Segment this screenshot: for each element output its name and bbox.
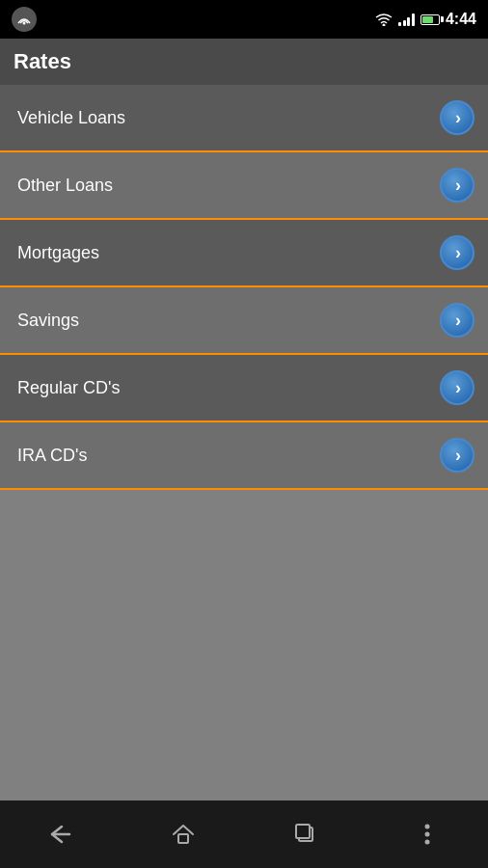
chevron-button-other-loans[interactable]: ›	[440, 168, 474, 203]
app-icon	[12, 7, 37, 32]
chevron-right-icon: ›	[455, 447, 461, 464]
chevron-button-vehicle-loans[interactable]: ›	[440, 100, 474, 135]
page-title: Rates	[14, 49, 71, 74]
svg-rect-2	[178, 834, 188, 843]
chevron-right-icon: ›	[455, 244, 461, 261]
wifi-icon	[375, 13, 393, 26]
svg-point-7	[424, 840, 429, 845]
status-time: 4:44	[446, 11, 476, 28]
list-item-ira-cds[interactable]: IRA CD's ›	[0, 422, 488, 490]
battery-icon	[420, 14, 440, 25]
status-bar: 4:44	[0, 0, 488, 39]
chevron-button-mortgages[interactable]: ›	[440, 235, 474, 270]
back-button[interactable]	[37, 810, 85, 858]
home-button[interactable]	[159, 810, 207, 858]
chevron-button-ira-cds[interactable]: ›	[440, 438, 474, 473]
svg-point-0	[23, 22, 26, 25]
dots-menu-icon	[424, 824, 430, 845]
overflow-menu-button[interactable]	[403, 810, 451, 858]
chevron-right-icon: ›	[455, 312, 461, 329]
svg-point-6	[424, 832, 429, 837]
list-item-vehicle-loans[interactable]: Vehicle Loans ›	[0, 85, 488, 152]
chevron-right-icon: ›	[455, 379, 461, 396]
home-icon	[171, 822, 196, 847]
svg-point-5	[424, 825, 429, 829]
status-bar-left	[12, 7, 37, 32]
rates-list: Vehicle Loans › Other Loans › Mortgages …	[0, 85, 488, 490]
signal-bars-icon	[398, 13, 415, 26]
chevron-button-regular-cds[interactable]: ›	[440, 370, 474, 405]
status-bar-right: 4:44	[375, 11, 476, 28]
back-icon	[48, 824, 73, 845]
list-item-savings[interactable]: Savings ›	[0, 287, 488, 355]
recents-button[interactable]	[281, 810, 329, 858]
list-item-mortgages[interactable]: Mortgages ›	[0, 220, 488, 287]
title-bar: Rates	[0, 39, 488, 85]
svg-rect-4	[296, 825, 310, 838]
recents-icon	[293, 823, 316, 846]
list-item-other-loans[interactable]: Other Loans ›	[0, 152, 488, 220]
svg-point-1	[383, 24, 386, 27]
chevron-right-icon: ›	[455, 109, 461, 126]
chevron-right-icon: ›	[455, 176, 461, 194]
chevron-button-savings[interactable]: ›	[440, 303, 474, 338]
list-item-regular-cds[interactable]: Regular CD's ›	[0, 355, 488, 422]
bottom-navigation	[0, 800, 488, 868]
